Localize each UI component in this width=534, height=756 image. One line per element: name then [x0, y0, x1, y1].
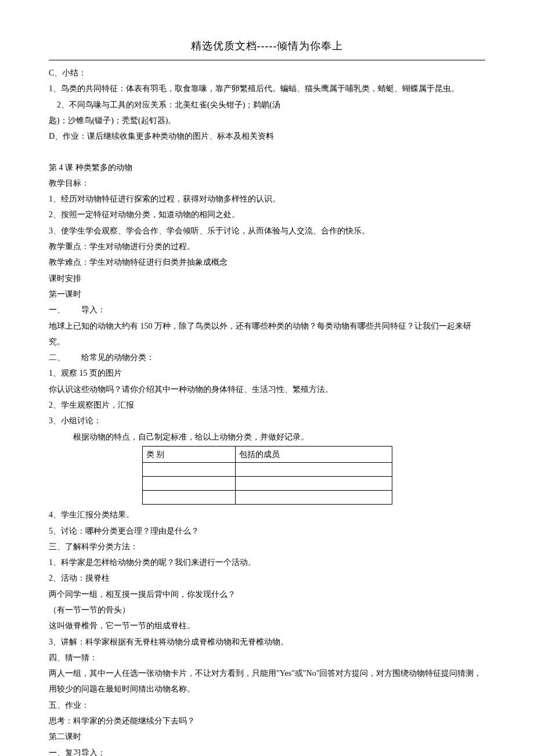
- table-cell: [142, 463, 235, 477]
- section-4-label: 四、猜一猜：: [49, 650, 485, 665]
- section-5-text: 思考：科学家的分类还能继续分下去吗？: [49, 713, 485, 729]
- difficult-point: 教学难点：学生对动物特征进行归类并抽象成概念: [49, 254, 485, 270]
- objectives-label: 教学目标：: [49, 175, 485, 191]
- period-two: 第二课时: [49, 729, 485, 744]
- section-4-text: 两人一组，其中一人任选一张动物卡片，不让对方看到，只能用"Yes"或"No"回答…: [49, 665, 485, 697]
- objective-2: 2、按照一定特征对动物分类，知道动物的相同之处。: [49, 207, 485, 222]
- table-header-row: 类 别 包括的成员: [142, 446, 392, 462]
- section-2-item-4: 4、学生汇报分类结果。: [49, 507, 485, 523]
- section-2-item-5: 5、讨论：哪种分类更合理？理由是什么？: [49, 523, 485, 539]
- table-header-category: 类 别: [142, 446, 235, 462]
- section-3-item-2a: 两个同学一组，相互摸一摸后背中间，你发现什么？: [49, 586, 485, 602]
- table-cell: [142, 491, 235, 505]
- section-2-item-3a: 根据动物的特点，自己制定标准，给以上动物分类，并做好记录。: [49, 429, 485, 445]
- table-header-members: 包括的成员: [235, 446, 392, 462]
- section-3-item-2: 2、活动：摸脊柱: [49, 570, 485, 586]
- review-label: 一、复习导入：: [49, 745, 485, 756]
- table-cell: [235, 477, 392, 491]
- classification-table: 类 别 包括的成员: [142, 446, 392, 505]
- section-2-item-2: 2、学生观察图片，汇报: [49, 397, 485, 413]
- summary-item-2a: 2、不同鸟喙与工具的对应关系：北美红雀(尖头钳子)；鹈鹕(汤: [49, 97, 485, 113]
- summary-item-1: 1、鸟类的共同特征：体表有羽毛，取食靠喙，靠产卵繁殖后代。蝙蝠、猫头鹰属于哺乳类…: [49, 81, 485, 96]
- section-1-label: 一、 导入：: [49, 302, 485, 318]
- objective-3: 3、使学生学会观察、学会合作、学会倾听、乐于讨论，从而体验与人交流、合作的快乐。: [49, 223, 485, 239]
- section-3-item-3: 3、讲解：科学家根据有无脊柱将动物分成脊椎动物和无脊椎动物。: [49, 634, 485, 650]
- section-5-label: 五、作业：: [49, 697, 485, 713]
- lesson-title: 第 4 课 种类繁多的动物: [49, 160, 485, 175]
- period-one: 第一课时: [49, 286, 485, 302]
- homework-d: D、作业：课后继续收集更多种类动物的图片、标本及相关资料: [49, 128, 485, 144]
- section-1-text: 地球上已知的动物大约有 150 万种，除了鸟类以外，还有哪些种类的动物？每类动物…: [49, 318, 485, 350]
- table-cell: [142, 477, 235, 491]
- section-2-label: 二、 给常见的动物分类：: [49, 350, 485, 365]
- period-arrangement: 课时安排: [49, 271, 485, 286]
- table-row: [142, 477, 392, 491]
- table-cell: [235, 463, 392, 477]
- section-2-item-1a: 你认识这些动物吗？请你介绍其中一种动物的身体特征、生活习性、繁殖方法。: [49, 381, 485, 397]
- page-header: 精选优质文档-----倾情为你奉上: [49, 36, 485, 60]
- key-point: 教学重点：学生对动物进行分类的过程。: [49, 239, 485, 254]
- spacer: [49, 145, 485, 160]
- table-row: [142, 491, 392, 505]
- section-2-item-3: 3、小组讨论：: [49, 413, 485, 429]
- table-row: [142, 463, 392, 477]
- table-cell: [235, 491, 392, 505]
- section-3-item-2b: （有一节一节的骨头）: [49, 602, 485, 618]
- section-3-label: 三、了解科学分类方法：: [49, 539, 485, 555]
- summary-heading: C、小结：: [49, 65, 485, 81]
- objective-1: 1、经历对动物特征进行探索的过程，获得对动物多样性的认识。: [49, 191, 485, 207]
- section-3-item-2c: 这叫做脊椎骨，它一节一节的组成脊柱。: [49, 618, 485, 633]
- section-2-item-1: 1、观察 15 页的图片: [49, 365, 485, 381]
- summary-item-2b: 匙)；沙锥鸟(镊子)；秃鹫(起钉器)。: [49, 113, 485, 128]
- section-3-item-1: 1、科学家是怎样给动物分类的呢？我们来进行一个活动。: [49, 555, 485, 570]
